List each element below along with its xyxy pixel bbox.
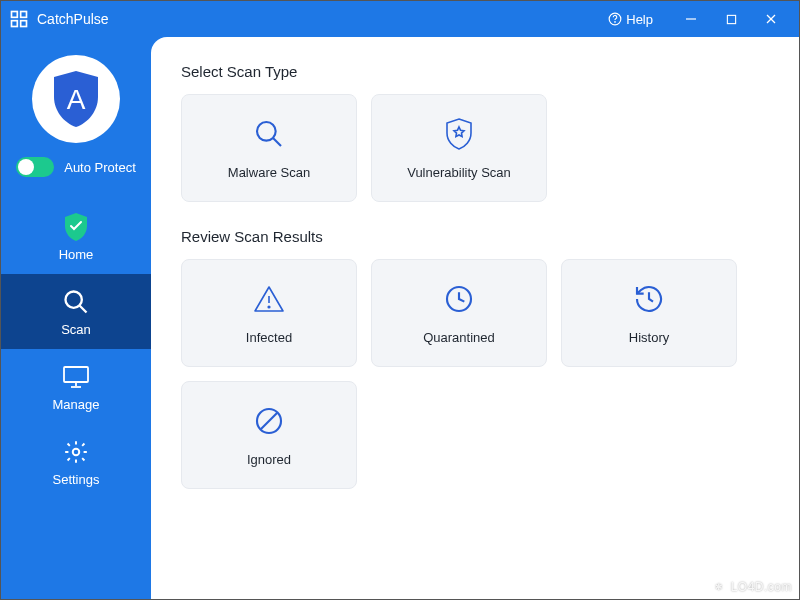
card-ignored[interactable]: Ignored — [181, 381, 357, 489]
card-label: Vulnerability Scan — [407, 165, 511, 180]
svg-rect-2 — [12, 21, 18, 27]
close-button[interactable] — [751, 4, 791, 34]
titlebar-left: CatchPulse — [9, 9, 608, 29]
nav-item-label: Manage — [53, 397, 100, 412]
results-cards: Infected Quarantined History — [181, 259, 769, 489]
auto-protect-label: Auto Protect — [64, 160, 136, 175]
nav-item-label: Settings — [53, 472, 100, 487]
scan-type-cards: Malware Scan Vulnerability Scan — [181, 94, 769, 202]
shield-a-icon: A — [50, 69, 102, 129]
svg-point-5 — [615, 22, 616, 23]
history-icon — [632, 282, 666, 316]
svg-line-12 — [80, 306, 87, 313]
watermark-text: LO4D.com — [731, 580, 792, 594]
app-window: CatchPulse Help — [0, 0, 800, 600]
section-title-results: Review Scan Results — [181, 228, 769, 245]
help-link[interactable]: Help — [608, 12, 653, 27]
nav-item-scan[interactable]: Scan — [1, 274, 151, 349]
nav-item-manage[interactable]: Manage — [1, 349, 151, 424]
svg-text:A: A — [67, 84, 86, 115]
card-label: Infected — [246, 330, 292, 345]
app-logo-icon — [9, 9, 29, 29]
content-area: Select Scan Type Malware Scan Vulnerabil… — [151, 37, 799, 599]
prohibit-icon — [252, 404, 286, 438]
monitor-icon — [62, 363, 90, 391]
card-infected[interactable]: Infected — [181, 259, 357, 367]
card-label: Malware Scan — [228, 165, 310, 180]
svg-point-20 — [268, 306, 270, 308]
globe-icon: ✱ — [713, 580, 727, 594]
search-icon — [252, 117, 286, 151]
nav-item-home[interactable]: Home — [1, 199, 151, 274]
watermark: ✱ LO4D.com — [713, 580, 792, 594]
warning-icon — [252, 282, 286, 316]
svg-point-11 — [66, 292, 82, 308]
svg-line-18 — [273, 138, 281, 146]
svg-point-17 — [257, 122, 276, 141]
toggle-knob — [18, 159, 34, 175]
maximize-button[interactable] — [711, 4, 751, 34]
svg-line-23 — [261, 413, 277, 429]
card-malware-scan[interactable]: Malware Scan — [181, 94, 357, 202]
svg-rect-1 — [21, 12, 27, 18]
svg-rect-3 — [21, 21, 27, 27]
nav-item-label: Home — [59, 247, 94, 262]
shield-check-icon — [62, 213, 90, 241]
help-icon — [608, 12, 622, 26]
card-label: Quarantined — [423, 330, 495, 345]
card-vulnerability-scan[interactable]: Vulnerability Scan — [371, 94, 547, 202]
nav-item-label: Scan — [61, 322, 91, 337]
card-label: Ignored — [247, 452, 291, 467]
card-label: History — [629, 330, 669, 345]
sidebar: A Auto Protect Home — [1, 37, 151, 599]
body-area: A Auto Protect Home — [1, 37, 799, 599]
card-quarantined[interactable]: Quarantined — [371, 259, 547, 367]
svg-rect-0 — [12, 12, 18, 18]
card-history[interactable]: History — [561, 259, 737, 367]
nav-item-settings[interactable]: Settings — [1, 424, 151, 499]
svg-rect-7 — [727, 15, 735, 23]
titlebar-right: Help — [608, 4, 791, 34]
help-label: Help — [626, 12, 653, 27]
shield-star-icon — [442, 117, 476, 151]
minimize-button[interactable] — [671, 4, 711, 34]
section-title-scan-type: Select Scan Type — [181, 63, 769, 80]
auto-protect-toggle[interactable] — [16, 157, 54, 177]
svg-rect-13 — [64, 367, 88, 382]
auto-protect-row: Auto Protect — [16, 157, 136, 177]
svg-point-16 — [73, 449, 80, 456]
gear-icon — [62, 438, 90, 466]
avatar: A — [32, 55, 120, 143]
titlebar: CatchPulse Help — [1, 1, 799, 37]
search-icon — [62, 288, 90, 316]
nav: Home Scan Manage — [1, 199, 151, 499]
clock-icon — [442, 282, 476, 316]
app-title: CatchPulse — [37, 11, 109, 27]
